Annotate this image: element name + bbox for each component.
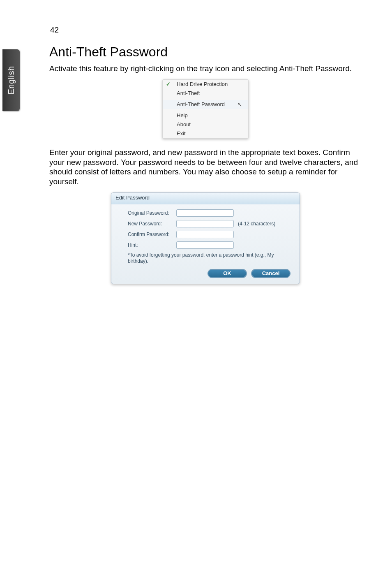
- page-title: Anti-Theft Password: [49, 44, 362, 60]
- dialog-body: Original Password: New Password: (4-12 c…: [111, 204, 300, 284]
- menu-item-exit[interactable]: Exit: [163, 129, 248, 138]
- menu-item-label: About: [173, 121, 248, 127]
- menu-item-hard-drive-protection[interactable]: ✓ Hard Drive Protection: [163, 80, 248, 89]
- checkmark-icon: ✓: [163, 81, 173, 87]
- confirm-password-input[interactable]: [176, 231, 234, 238]
- menu-item-label: Hard Drive Protection: [173, 81, 248, 87]
- description-paragraph: Enter your original password, and new pa…: [49, 148, 362, 187]
- menu-item-anti-theft[interactable]: Anti-Theft: [163, 89, 248, 98]
- new-password-row: New Password: (4-12 characters): [128, 220, 292, 227]
- intro-paragraph: Activate this feature by right-clicking …: [49, 64, 362, 74]
- hint-row: Hint:: [128, 241, 292, 249]
- hint-label: Hint:: [128, 242, 176, 248]
- menu-item-label: Help: [173, 112, 248, 118]
- menu-item-anti-theft-password[interactable]: Anti-Theft Password: [163, 100, 248, 109]
- menu-separator: [173, 110, 248, 110]
- new-password-label: New Password:: [128, 221, 176, 227]
- context-menu-figure: ✓ Hard Drive Protection Anti-Theft Anti-…: [49, 79, 362, 139]
- edit-password-dialog: Edit Password Original Password: New Pas…: [111, 192, 300, 284]
- hint-note: *To avoid forgetting your password, ente…: [128, 252, 292, 265]
- page-number: 42: [50, 25, 59, 35]
- page-content: Anti-Theft Password Activate this featur…: [49, 44, 362, 284]
- language-tab: English: [2, 49, 20, 111]
- hint-input[interactable]: [176, 241, 234, 249]
- original-password-input[interactable]: [176, 209, 234, 217]
- menu-item-label: Exit: [173, 130, 248, 137]
- original-password-row: Original Password:: [128, 209, 292, 217]
- confirm-password-label: Confirm Password:: [128, 232, 176, 237]
- dialog-buttons: OK Cancel: [128, 269, 292, 278]
- menu-separator: [173, 99, 248, 99]
- cursor-icon: ↖: [237, 101, 242, 108]
- document-page: 42 English Anti-Theft Password Activate …: [0, 0, 392, 563]
- new-password-input[interactable]: [176, 220, 234, 227]
- menu-item-label: Anti-Theft: [173, 90, 248, 96]
- menu-item-about[interactable]: About: [163, 120, 248, 129]
- dialog-title: Edit Password: [111, 193, 300, 204]
- dialog-figure: Edit Password Original Password: New Pas…: [49, 192, 362, 284]
- menu-item-help[interactable]: Help: [163, 111, 248, 120]
- original-password-label: Original Password:: [128, 210, 176, 216]
- new-password-suffix: (4-12 characters): [238, 221, 275, 227]
- cancel-button[interactable]: Cancel: [251, 269, 291, 278]
- tray-context-menu: ✓ Hard Drive Protection Anti-Theft Anti-…: [162, 79, 249, 139]
- language-tab-label: English: [7, 66, 16, 94]
- confirm-password-row: Confirm Password:: [128, 231, 292, 238]
- ok-button[interactable]: OK: [208, 269, 247, 278]
